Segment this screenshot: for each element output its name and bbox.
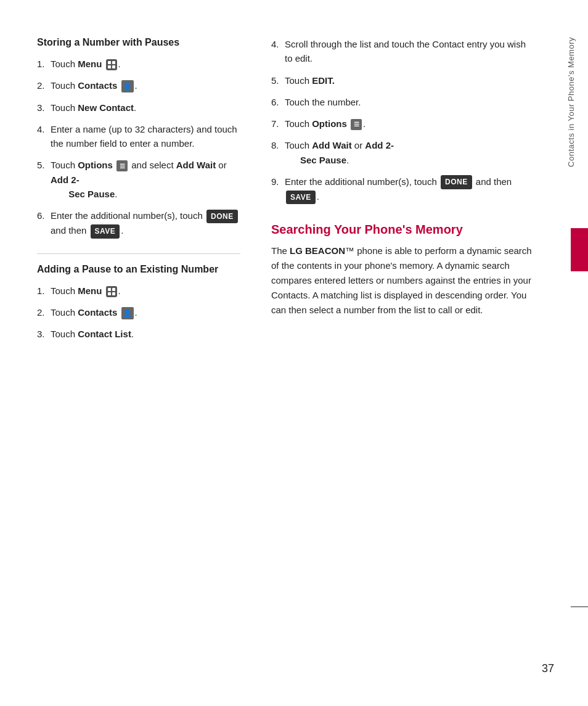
step-num: 4.	[37, 122, 51, 136]
section-divider	[37, 253, 240, 254]
searching-body: The LG BEACON™ phone is able to perform …	[271, 244, 533, 318]
step-content: Touch EDIT.	[285, 73, 533, 88]
step-content: Touch Contact List.	[51, 327, 240, 341]
step-1-3: 3. Touch New Contact.	[37, 101, 240, 115]
step-1-5: 5. Touch Options ☰ and select Add Wait o…	[37, 158, 240, 201]
step-num: 5.	[37, 158, 51, 172]
step-2-3: 3. Touch Contact List.	[37, 327, 240, 341]
step-content: Touch Options ☰ and select Add Wait or A…	[51, 158, 240, 201]
step-num: 3.	[37, 327, 51, 341]
step-num: 1.	[37, 57, 51, 71]
bold-contacts2: Contacts	[78, 307, 117, 318]
step-1-2: 2. Touch Contacts 👤.	[37, 78, 240, 92]
bold-options-r: Options	[312, 118, 347, 129]
step-num: 7.	[271, 117, 285, 131]
bold-options: Options	[78, 160, 113, 170]
bold-new-contact: New Contact	[78, 102, 134, 113]
save-button-r: SAVE	[286, 191, 316, 205]
step-num: 2.	[37, 78, 51, 92]
menu-icon	[106, 59, 117, 70]
step-num: 9.	[271, 174, 285, 189]
step-content: Enter the additional number(s), touch DO…	[51, 208, 240, 239]
step-1-6: 6. Enter the additional number(s), touch…	[37, 208, 240, 239]
contacts-icon: 👤	[121, 80, 134, 92]
step-num: 8.	[271, 138, 285, 152]
right-step-6: 6. Touch the number.	[271, 95, 533, 109]
bold-menu2: Menu	[78, 285, 102, 296]
bold-contacts: Contacts	[78, 80, 117, 91]
step-1-4: 4. Enter a name (up to 32 characters) an…	[37, 122, 240, 151]
searching-heading: Searching Your Phone's Memory	[271, 221, 533, 237]
save-button-label: SAVE	[91, 224, 120, 239]
right-step-9: 9. Enter the additional number(s), touch…	[271, 174, 533, 205]
menu-icon-2	[106, 286, 117, 297]
step-num: 2.	[37, 305, 51, 319]
step-content: Touch Menu .	[51, 57, 240, 71]
bold-add-wait-r: Add Wait	[312, 140, 351, 150]
step-num: 6.	[271, 95, 285, 109]
step-content: Touch Add Wait or Add 2- Sec Pause.	[285, 138, 533, 167]
step-num: 6.	[37, 208, 51, 223]
section1-heading: Storing a Number with Pauses	[37, 37, 240, 48]
done-button-r: DONE	[441, 175, 472, 189]
right-step-4: 4. Scroll through the list and touch the…	[271, 37, 533, 66]
contacts-icon-2: 👤	[121, 307, 134, 319]
right-step-5: 5. Touch EDIT.	[271, 73, 533, 88]
step-content: Touch the number.	[285, 95, 533, 109]
step-2-2: 2. Touch Contacts 👤.	[37, 305, 240, 319]
right-column: 4. Scroll through the list and touch the…	[259, 37, 533, 669]
bold-add-wait: Add Wait	[176, 160, 216, 170]
right-step-8: 8. Touch Add Wait or Add 2- Sec Pause.	[271, 138, 533, 167]
step-content: Touch Options ☰.	[285, 117, 533, 131]
right-step-7: 7. Touch Options ☰.	[271, 117, 533, 131]
step-num: 1.	[37, 284, 51, 298]
sidebar-line	[571, 606, 588, 607]
step-content: Touch New Contact.	[51, 101, 240, 115]
left-column: Storing a Number with Pauses 1. Touch Me…	[37, 37, 259, 669]
bold-add2: Add 2- Sec Pause	[51, 174, 115, 199]
options-icon: ☰	[116, 160, 128, 171]
sidebar: Contacts in Your Phone's Memory	[551, 37, 588, 669]
lg-beacon-bold: LG BEACON	[290, 245, 345, 256]
searching-section: Searching Your Phone's Memory The LG BEA…	[271, 221, 533, 318]
sidebar-accent	[571, 228, 588, 271]
step-2-1: 1. Touch Menu .	[37, 284, 240, 298]
step-content: Enter a name (up to 32 characters) and t…	[51, 122, 240, 151]
page-number: 37	[542, 662, 554, 675]
step-content: Touch Menu .	[51, 284, 240, 298]
step-content: Enter the additional number(s), touch DO…	[285, 174, 533, 205]
step-num: 4.	[271, 37, 285, 51]
step-1-1: 1. Touch Menu .	[37, 57, 240, 71]
bold-menu: Menu	[78, 59, 102, 69]
step-content: Touch Contacts 👤.	[51, 305, 240, 319]
bold-contact-list: Contact List	[78, 329, 131, 339]
step-content: Touch Contacts 👤.	[51, 78, 240, 92]
step-num: 3.	[37, 101, 51, 115]
bold-edit: EDIT.	[312, 75, 335, 86]
step-content: Scroll through the list and touch the Co…	[285, 37, 533, 66]
done-button-label: DONE	[206, 210, 238, 224]
section2-heading: Adding a Pause to an Existing Number	[37, 264, 240, 275]
options-icon-r: ☰	[351, 119, 362, 130]
step-num: 5.	[271, 73, 285, 88]
sidebar-label: Contacts in Your Phone's Memory	[563, 37, 576, 167]
